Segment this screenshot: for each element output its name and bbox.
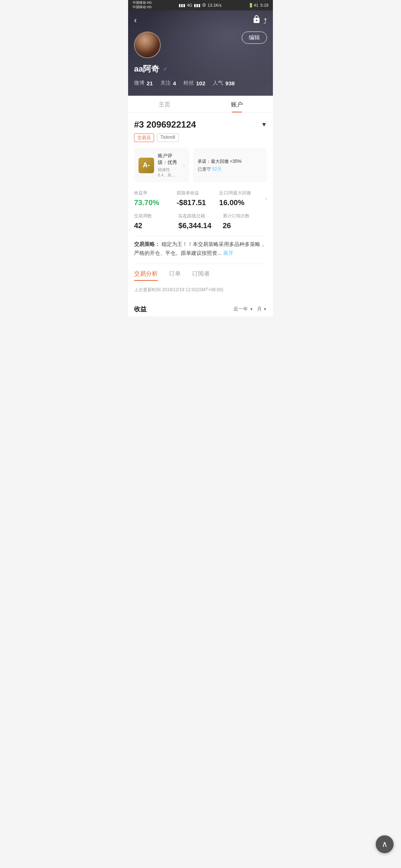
account-tags: 交易员 Tickmill bbox=[134, 134, 267, 142]
metric-max-drawdown-label: 近13周最大回撤 bbox=[219, 190, 262, 196]
strategy-expand-button[interactable]: 展开 bbox=[223, 250, 234, 256]
analysis-tabs: 交易分析 订单 订阅者 bbox=[134, 264, 267, 281]
username-row: aa阿奇 ♂ bbox=[134, 63, 267, 75]
profile-top: 编辑 bbox=[134, 32, 267, 58]
filter-period-label: 近一年 bbox=[234, 306, 248, 312]
promise-title: 承诺：最大回撤 <35% bbox=[198, 158, 241, 165]
metric-max-drawdown-value: 16.00% bbox=[219, 198, 262, 207]
stat-following: 关注 4 bbox=[160, 80, 176, 86]
update-time: 上次更新时间 2019/12/19 12:02(GMT+08:00) bbox=[134, 284, 267, 299]
metric-return-rate-value: 73.70% bbox=[134, 198, 177, 207]
stat-following-value: 4 bbox=[173, 80, 176, 86]
avatar bbox=[134, 32, 161, 58]
stat-popularity-value: 938 bbox=[225, 80, 235, 86]
metrics-row1-arrow[interactable]: › bbox=[262, 195, 267, 203]
stat-fans: 粉丝 102 bbox=[183, 80, 205, 86]
metric-trading-weeks-value: 42 bbox=[134, 221, 178, 230]
tab-trading-analysis[interactable]: 交易分析 bbox=[134, 270, 158, 281]
tag-broker: Tickmill bbox=[157, 134, 179, 142]
main-tabs: 主页 账户 bbox=[128, 96, 273, 113]
stat-fans-value: 102 bbox=[196, 80, 205, 86]
metric-subscription-count: 累计订阅次数 26 bbox=[223, 213, 267, 230]
rating-text: 账户评级：优秀 稳健性8.4、风... bbox=[158, 152, 179, 178]
metric-total-following-label: 实盘跟随总额 bbox=[178, 213, 222, 219]
metric-total-following: 实盘跟随总额 $6,344.14 bbox=[178, 213, 222, 230]
rating-card-arrow: › bbox=[183, 162, 185, 169]
account-dropdown-icon[interactable]: ▼ bbox=[261, 121, 267, 128]
back-button[interactable]: ‹ bbox=[134, 16, 137, 24]
rating-sub: 稳健性8.4、风... bbox=[158, 167, 179, 178]
metric-follower-return: 跟随者收益 -$817.51 bbox=[177, 190, 219, 207]
promise-days: 已遵守 52天 bbox=[198, 166, 241, 172]
stat-popularity-label: 人气 bbox=[213, 80, 223, 86]
filter-period-button[interactable]: 近一年 ▼ bbox=[234, 306, 253, 312]
metric-return-rate-label: 收益率 bbox=[134, 190, 177, 196]
wifi-icon: ⦿ bbox=[202, 3, 206, 7]
filter-period-dropdown-icon: ▼ bbox=[250, 307, 253, 311]
edit-profile-button[interactable]: 编辑 bbox=[242, 32, 267, 44]
strategy-text: 交易策略： 稳定为王！！本交易策略采用多品种多策略，严格的开仓、平仓。跟单建议按… bbox=[134, 240, 267, 258]
tab-account[interactable]: 账户 bbox=[200, 96, 273, 112]
metric-subscription-count-label: 累计订阅次数 bbox=[223, 213, 267, 219]
metric-trading-weeks: 交易周数 42 bbox=[134, 213, 178, 230]
tab-subscribers[interactable]: 订阅者 bbox=[192, 270, 210, 281]
filter-type-dropdown-icon: ▼ bbox=[263, 307, 267, 311]
metric-follower-return-label: 跟随者收益 bbox=[177, 190, 219, 196]
stat-popularity: 人气 938 bbox=[213, 80, 235, 86]
metric-return-rate: 收益率 73.70% bbox=[134, 190, 177, 207]
gender-icon: ♂ bbox=[162, 65, 167, 73]
avatar-image bbox=[135, 32, 160, 57]
strategy-label: 交易策略： bbox=[134, 241, 160, 247]
stat-weibo-label: 微博 bbox=[134, 80, 144, 86]
profit-filters: 近一年 ▼ 月 ▼ bbox=[234, 306, 267, 312]
metric-follower-return-value: -$817.51 bbox=[177, 198, 219, 207]
strategy-section: 交易策略： 稳定为王！！本交易策略采用多品种多策略，严格的开仓、平仓。跟单建议按… bbox=[134, 236, 267, 264]
account-id: #3 2096922124 bbox=[134, 119, 196, 130]
tab-orders[interactable]: 订单 bbox=[169, 270, 181, 281]
promise-days-value: 52天 bbox=[212, 167, 221, 172]
share-button[interactable]: ⤴ bbox=[252, 15, 267, 26]
signal-info: ▮▮▮ 4G ▮▮▮ ⦿ 13.1K/s bbox=[179, 3, 221, 8]
battery-icon: 🔋41 bbox=[248, 3, 258, 8]
status-bar: 中国移动 HD 中国移动 HD ▮▮▮ 4G ▮▮▮ ⦿ 13.1K/s 🔋41… bbox=[128, 0, 273, 10]
tag-trader: 交易员 bbox=[134, 134, 154, 142]
username: aa阿奇 bbox=[134, 63, 159, 75]
rating-card[interactable]: A- 账户评级：优秀 稳健性8.4、风... › bbox=[134, 148, 189, 183]
profile-banner: ‹ ⤴ 编辑 aa阿奇 ♂ 微博 21 关注 4 bbox=[128, 10, 273, 96]
metrics-row-2: 交易周数 42 实盘跟随总额 $6,344.14 累计订阅次数 26 bbox=[134, 213, 267, 230]
profile-content: 编辑 aa阿奇 ♂ 微博 21 关注 4 粉丝 102 人气 938 bbox=[134, 32, 267, 86]
metric-subscription-count-value: 26 bbox=[223, 221, 267, 230]
signal-icon2: ▮▮▮ bbox=[194, 3, 200, 8]
account-header: #3 2096922124 ▼ bbox=[134, 113, 267, 134]
filter-type-button[interactable]: 月 ▼ bbox=[257, 306, 267, 312]
main-content: #3 2096922124 ▼ 交易员 Tickmill A- 账户评级：优秀 … bbox=[128, 113, 273, 316]
filter-type-label: 月 bbox=[257, 306, 262, 312]
carrier-info: 中国移动 HD 中国移动 HD bbox=[133, 1, 152, 9]
stat-fans-label: 粉丝 bbox=[183, 80, 194, 86]
share-icon bbox=[252, 15, 261, 24]
tab-home[interactable]: 主页 bbox=[128, 96, 200, 112]
stat-weibo: 微博 21 bbox=[134, 80, 153, 86]
clock: 5:19 bbox=[261, 3, 268, 7]
metric-total-following-value: $6,344.14 bbox=[178, 221, 222, 230]
stat-weibo-value: 21 bbox=[147, 80, 153, 86]
profile-stats-row: 微博 21 关注 4 粉丝 102 人气 938 bbox=[134, 80, 267, 86]
rating-title: 账户评级：优秀 bbox=[158, 152, 179, 166]
signal-icon: ▮▮▮ bbox=[179, 3, 185, 8]
metric-trading-weeks-label: 交易周数 bbox=[134, 213, 178, 219]
stat-following-label: 关注 bbox=[160, 80, 171, 86]
profit-title: 收益 bbox=[134, 305, 147, 313]
grade-badge: A- bbox=[138, 158, 154, 173]
metrics-row-1: 收益率 73.70% 跟随者收益 -$817.51 近13周最大回撤 16.00… bbox=[134, 190, 267, 207]
banner-nav: ‹ ⤴ bbox=[134, 15, 267, 26]
promise-content: 承诺：最大回撤 <35% 已遵守 52天 bbox=[198, 158, 241, 172]
metric-max-drawdown: 近13周最大回撤 16.00% bbox=[219, 190, 262, 207]
promise-card[interactable]: 承诺：最大回撤 <35% 已遵守 52天 bbox=[193, 148, 267, 183]
battery-time: 🔋41 5:19 bbox=[248, 3, 268, 8]
rating-cards: A- 账户评级：优秀 稳健性8.4、风... › 承诺：最大回撤 <35% 已遵… bbox=[134, 148, 267, 183]
profit-section-header: 收益 近一年 ▼ 月 ▼ bbox=[134, 299, 267, 316]
